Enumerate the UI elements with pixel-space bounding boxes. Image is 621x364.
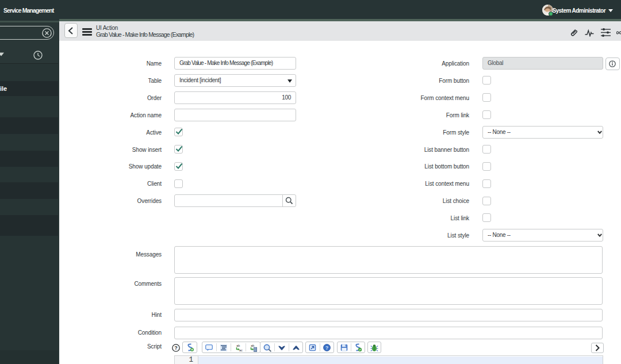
- svg-text:?: ?: [174, 345, 178, 351]
- svg-text:ab: ab: [236, 344, 240, 347]
- svg-text:?: ?: [325, 345, 329, 351]
- svg-text:ab: ab: [251, 344, 254, 347]
- svg-text:ac: ac: [239, 348, 243, 352]
